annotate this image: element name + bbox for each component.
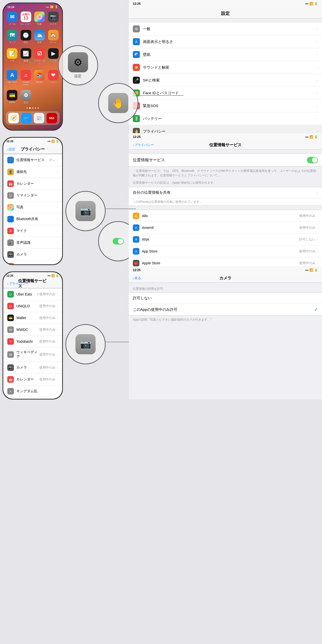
page-dots <box>3 106 62 110</box>
phone3-calendar[interactable]: 📅 カレンダー 使用中のみ › <box>3 374 62 385</box>
privacy-item-contacts[interactable]: 👤 連絡先 › <box>3 166 62 178</box>
dock-safari[interactable]: 🧭 <box>8 113 19 123</box>
app-tips[interactable]: ❤ ヘルプ <box>48 70 59 86</box>
phone3-uber[interactable]: U Uber Eats ⬆ 使用中のみ › <box>3 288 62 300</box>
photos-label: 写真 <box>16 205 57 210</box>
app-mail[interactable]: ✉ メール <box>6 12 18 26</box>
loc-app-amemil[interactable]: A Amemil 使用中のみ › <box>129 222 322 234</box>
privacy-item-health[interactable]: ❤ ヘルスケア › <box>3 261 62 264</box>
uber-pin-icon: ⬆ <box>37 293 39 296</box>
app-icon-notes: 📝 <box>7 48 17 59</box>
app-appstore[interactable]: A App Store <box>6 70 18 86</box>
phone3-kingdom[interactable]: ⚔ キングダム乱 › <box>3 385 62 397</box>
phone3-yodobashi[interactable]: Y Yodobashi 使用中のみ › <box>3 336 62 348</box>
calendar-label: カレンダー <box>16 181 57 186</box>
camera-option-while-using[interactable]: このAppの使用中のみ許可 ✓ <box>129 304 322 315</box>
phone3-list-container: U Uber Eats ⬆ 使用中のみ › U UNIQLO 使用中のみ › 💳 <box>3 288 62 399</box>
camera-section-label: 位置情報の利用を許可 <box>129 283 322 292</box>
privacy-item-camera[interactable]: 📷 カメラ › <box>3 249 62 261</box>
mic-icon: 🎙 <box>7 228 14 234</box>
settings-status-bar: 12:25 ▪▪▪ 📶 🔋 <box>129 0 322 8</box>
phone3-wikipedia[interactable]: W ウィキペディア 使用中のみ › <box>3 348 62 362</box>
location-toggle-big[interactable] <box>113 238 124 244</box>
camera-nav-title: カメラ <box>219 276 231 281</box>
dock-twitter[interactable]: 🐦 <box>21 113 32 123</box>
settings-item-display[interactable]: A 画面表示と明るさ › <box>129 35 322 48</box>
app-wallet[interactable]: 💳 Wallet <box>6 90 18 104</box>
ana-label: ANA <box>142 237 299 241</box>
ana-chevron: › <box>317 238 318 241</box>
app-camera[interactable]: 📷 カメラ <box>48 12 59 26</box>
app-calendar[interactable]: 火曜日13 カレンダー <box>20 12 32 26</box>
camera-option-deny[interactable]: 許可しない <box>129 293 322 304</box>
app-tv[interactable]: ▶ ビデオ <box>48 48 59 66</box>
settings-item-general[interactable]: ⚙ 一般 › <box>129 23 322 35</box>
settings-item-sos[interactable]: SOS 緊急SOS › <box>129 100 322 112</box>
app-home[interactable]: 🏠 ホーム <box>48 30 59 44</box>
location-toggle[interactable] <box>307 157 318 163</box>
while-using-label: このAppの使用中のみ許可 <box>133 307 314 312</box>
privacy-item-location[interactable]: 📍 位置情報サービス オン › <box>3 154 62 166</box>
location-panel: 12:25 ▪▪▪ 📶 🔋 ‹ プライバシー 位置情報サービス 位置情報サービス… <box>129 133 322 266</box>
phone3-nav: ‹ プライバシー 位置情報サービス <box>3 279 62 288</box>
privacy-battery: 🔋 <box>56 140 59 143</box>
app-notes[interactable]: 📝 メモ <box>6 48 18 66</box>
app-settings[interactable]: ⚙ 設定 <box>20 90 32 104</box>
camera-back-btn[interactable]: ‹ 戻る <box>133 276 141 280</box>
privacy-status-bar: 12:25 ▪▪▪ 📶 🔋 <box>3 138 62 145</box>
settings-item-faceid[interactable]: 😊 Face IDとパスコード › <box>129 87 322 100</box>
app-stocks[interactable]: 📈 株価 <box>20 48 32 66</box>
privacy-item-photos[interactable]: 🌸 写真 › <box>3 202 62 213</box>
privacy-item-calendar[interactable]: 📅 カレンダー › <box>3 178 62 190</box>
settings-item-wallpaper[interactable]: 🌊 壁紙 › <box>129 48 322 61</box>
phone3-status-icons: ▪▪▪ 📶 🔋 <box>48 274 59 277</box>
privacy-back-btn[interactable]: ‹ 設定 <box>7 147 15 152</box>
app-icon-clock: 🕐 <box>21 30 31 40</box>
phone3-wwdc[interactable]: W WWDC 使用中のみ › <box>3 324 62 336</box>
app-label-mail: メール <box>9 23 16 26</box>
app-icon-settings: ⚙ <box>21 90 31 101</box>
app-icon-mail: ✉ <box>7 12 17 22</box>
loc-app-allo[interactable]: A Allo 使用中のみ › <box>129 210 322 222</box>
app-itunes[interactable]: ♫ iTunes Store <box>20 70 32 86</box>
dock-nba[interactable]: NBA <box>47 113 57 123</box>
phone3-gunosy[interactable]: G グノシー ⬆ 使用中のみ › <box>3 397 62 399</box>
app-maps[interactable]: 🗺 マップ <box>6 30 18 44</box>
uber-value: 使用中のみ <box>39 292 56 296</box>
appstore-loc-label: App Store <box>142 249 299 253</box>
privacy-nav: ‹ 設定 プライバシー <box>3 145 62 154</box>
applestore-chevron: › <box>317 261 318 265</box>
app-reminders[interactable]: ☑ リマインダー <box>34 48 46 66</box>
location-back-btn[interactable]: ‹ プライバシー <box>133 143 154 147</box>
app-weather[interactable]: ⛅ 天気 <box>34 30 46 44</box>
yodobashi-value: 使用中のみ <box>39 339 56 344</box>
uniqlo-icon: U <box>7 303 14 309</box>
calendar-loc-label: カレンダー <box>16 377 39 382</box>
privacy-item-mic[interactable]: 🎙 マイク › <box>3 225 62 237</box>
wikipedia-value: 使用中のみ <box>39 352 56 357</box>
settings-item-sound[interactable]: 🔔 サウンドと触覚 › <box>129 61 322 74</box>
wwdc-value: 使用中のみ <box>39 327 56 332</box>
app-photos[interactable]: 🌸 写真 <box>34 12 46 26</box>
dock-news[interactable]: 📰 <box>34 113 44 123</box>
uniqlo-label: UNIQLO <box>16 304 39 308</box>
app-label-notes: メモ <box>10 59 14 63</box>
loc-app-ana[interactable]: ✈ ANA 許可しない › <box>129 234 322 245</box>
phone3-camera[interactable]: 📷 カメラ 使用中のみ › <box>3 362 62 374</box>
contacts-label: 連絡先 <box>16 170 57 174</box>
wwdc-chevron: › <box>57 328 58 331</box>
privacy-item-speech[interactable]: 🎤 音声認識 › <box>3 237 62 249</box>
settings-item-siri[interactable]: 🎤 Siriと検索 › <box>129 74 322 87</box>
privacy-item-reminders[interactable]: ☑ リマインダー › <box>3 190 62 202</box>
phone3-uniqlo[interactable]: U UNIQLO 使用中のみ › <box>3 300 62 312</box>
loc-app-appstore[interactable]: A App Store 使用中のみ › <box>129 245 322 257</box>
app-ibooks[interactable]: 📚 iBooks <box>34 70 46 86</box>
camera-icon-big-2: 📷 <box>75 334 96 354</box>
calendar-loc-icon: 📅 <box>7 376 14 383</box>
app-icon-itunes: ♫ <box>21 70 31 80</box>
settings-label-siri: Siriと検索 <box>143 78 315 83</box>
privacy-item-bluetooth[interactable]: 🔵 Bluetooth共有 › <box>3 213 62 225</box>
app-clock[interactable]: 🕐 時計 <box>20 30 32 44</box>
settings-item-battery[interactable]: 🔋 バッテリー › <box>129 112 322 125</box>
phone3-wallet[interactable]: 💳 Wallet 使用中のみ › <box>3 312 62 324</box>
